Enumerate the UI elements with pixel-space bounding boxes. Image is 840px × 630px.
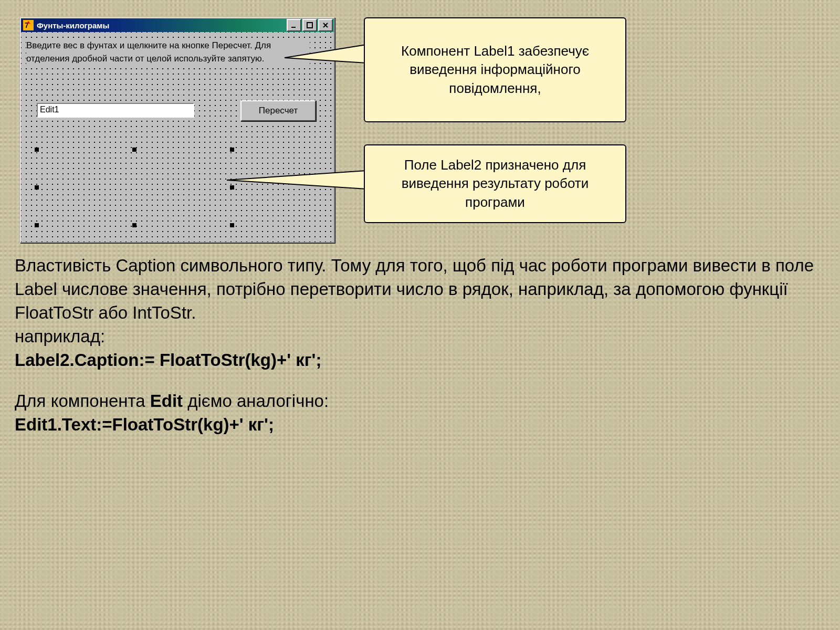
maximize-button[interactable] <box>302 19 317 32</box>
edit1-component[interactable]: Edit1 <box>37 103 194 118</box>
svg-marker-4 <box>285 45 366 63</box>
selection-handle[interactable] <box>35 223 39 227</box>
callout-label1: Компонент Label1 забезпечує виведення ін… <box>364 17 626 122</box>
delphi-icon: 7 <box>23 20 34 30</box>
callout-text: Поле Label2 призначено для виведення рез… <box>374 156 616 211</box>
text: Для компонента <box>15 391 150 411</box>
minimize-button[interactable] <box>287 19 301 32</box>
callout-label2: Поле Label2 призначено для виведення рез… <box>364 144 626 223</box>
selection-handle[interactable] <box>230 223 234 227</box>
callout-pointer-icon <box>226 160 368 202</box>
code-line: Edit1.Text:=FloatToStr(kg)+' кг'; <box>15 413 825 437</box>
svg-marker-5 <box>227 171 366 189</box>
selection-handle[interactable] <box>35 148 39 152</box>
paragraph: Властивість Caption символьного типу. То… <box>15 254 825 325</box>
text-bold: Edit <box>150 391 183 411</box>
window-title: Фунты-килограмы <box>37 21 286 30</box>
callout-text: Компонент Label1 забезпечує виведення ін… <box>374 42 616 97</box>
svg-rect-2 <box>291 27 296 28</box>
selection-handle[interactable] <box>230 148 234 152</box>
paragraph: Для компонента Edit діємо аналогічно: <box>15 390 825 413</box>
selection-handle[interactable] <box>35 185 39 190</box>
titlebar[interactable]: 7 Фунты-килограмы <box>21 18 334 32</box>
callout-pointer-icon <box>284 32 368 74</box>
document-body-text: Властивість Caption символьного типу. То… <box>15 254 825 437</box>
selection-handle[interactable] <box>132 223 136 227</box>
label1-component[interactable]: Введите вес в фунтах и щелкните на кнопк… <box>26 39 310 65</box>
window-buttons <box>286 19 334 32</box>
close-button[interactable] <box>318 19 333 32</box>
svg-rect-3 <box>307 23 312 28</box>
recalculate-button[interactable]: Пересчет <box>240 100 316 121</box>
code-line: Label2.Caption:= FloatToStr(kg)+' кг'; <box>15 349 825 372</box>
paragraph: наприклад: <box>15 325 825 349</box>
selection-handle[interactable] <box>132 148 136 152</box>
text: діємо аналогічно: <box>183 391 329 411</box>
button-label: Пересчет <box>259 106 298 116</box>
